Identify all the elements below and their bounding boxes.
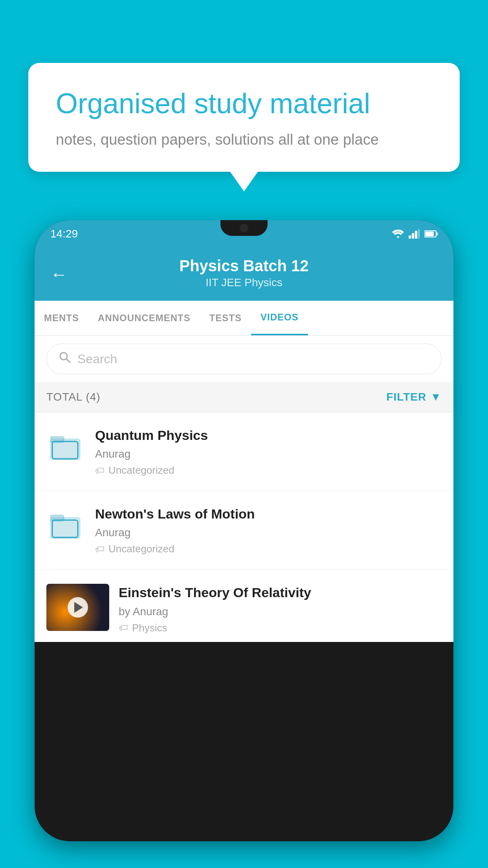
svg-rect-2 [415,231,417,239]
video-tag: 🏷 Uncategorized [95,543,442,555]
svg-rect-0 [409,235,411,239]
svg-line-8 [66,359,70,362]
search-bar[interactable]: Search [46,344,442,374]
bubble-title: Organised study material [56,86,432,120]
list-item[interactable]: Newton's Laws of Motion Anurag 🏷 Uncateg… [35,491,453,570]
video-author: Anurag [95,526,442,539]
tab-videos[interactable]: VIDEOS [251,301,308,335]
phone-frame: 14:29 [35,220,453,841]
play-triangle-icon [74,602,83,613]
tabs-bar: MENTS ANNOUNCEMENTS TESTS VIDEOS [35,301,453,336]
thumb-background [46,584,109,631]
video-info: Quantum Physics Anurag 🏷 Uncategorized [95,427,442,476]
svg-rect-6 [437,232,438,235]
play-button[interactable] [68,597,88,618]
tag-text: Uncategorized [108,464,174,476]
signal-icon [409,229,420,239]
video-thumbnail [46,584,109,631]
tab-ments[interactable]: MENTS [35,302,88,335]
tag-icon: 🏷 [95,465,105,476]
folder-icon [46,430,86,465]
folder-icon [46,508,86,544]
tag-text: Uncategorized [108,543,174,555]
status-icons [392,229,438,239]
header-subtitle: IIT JEE Physics [50,276,438,289]
search-container: Search [35,336,453,382]
camera-dot [240,224,248,232]
svg-rect-5 [425,232,434,236]
filter-label: FILTER [386,391,426,403]
video-title: Quantum Physics [95,427,442,444]
tab-tests[interactable]: TESTS [200,302,251,335]
video-info: Einstein's Theory Of Relativity by Anura… [119,584,442,634]
header-title: Physics Batch 12 [50,257,438,275]
back-button[interactable]: ← [50,265,68,284]
status-time: 14:29 [50,228,78,240]
tab-announcements[interactable]: ANNOUNCEMENTS [88,302,200,335]
battery-icon [424,230,438,238]
video-title: Einstein's Theory Of Relativity [119,584,442,601]
filter-button[interactable]: FILTER ▼ [386,391,442,403]
search-icon [59,351,71,367]
video-list: Quantum Physics Anurag 🏷 Uncategorized N… [35,412,453,642]
svg-rect-3 [418,229,420,239]
wifi-icon [392,229,404,239]
video-tag: 🏷 Uncategorized [95,464,442,476]
notch [220,220,268,236]
tag-text: Physics [132,622,167,634]
video-author: by Anurag [119,605,442,618]
speech-bubble: Organised study material notes, question… [28,63,460,172]
video-tag: 🏷 Physics [119,622,442,634]
list-item[interactable]: Quantum Physics Anurag 🏷 Uncategorized [35,412,453,491]
video-author: Anurag [95,448,442,460]
total-count: TOTAL (4) [46,391,101,403]
video-title: Newton's Laws of Motion [95,505,442,522]
tag-icon: 🏷 [119,622,128,633]
svg-rect-1 [412,233,414,239]
filter-bar: TOTAL (4) FILTER ▼ [35,382,453,412]
filter-funnel-icon: ▼ [430,391,442,403]
search-placeholder: Search [77,352,117,366]
bubble-subtitle: notes, question papers, solutions all at… [56,131,432,148]
video-info: Newton's Laws of Motion Anurag 🏷 Uncateg… [95,505,442,555]
app-header: ← Physics Batch 12 IIT JEE Physics [35,248,453,301]
tag-icon: 🏷 [95,544,105,555]
status-bar: 14:29 [35,220,453,248]
list-item[interactable]: Einstein's Theory Of Relativity by Anura… [35,570,453,642]
